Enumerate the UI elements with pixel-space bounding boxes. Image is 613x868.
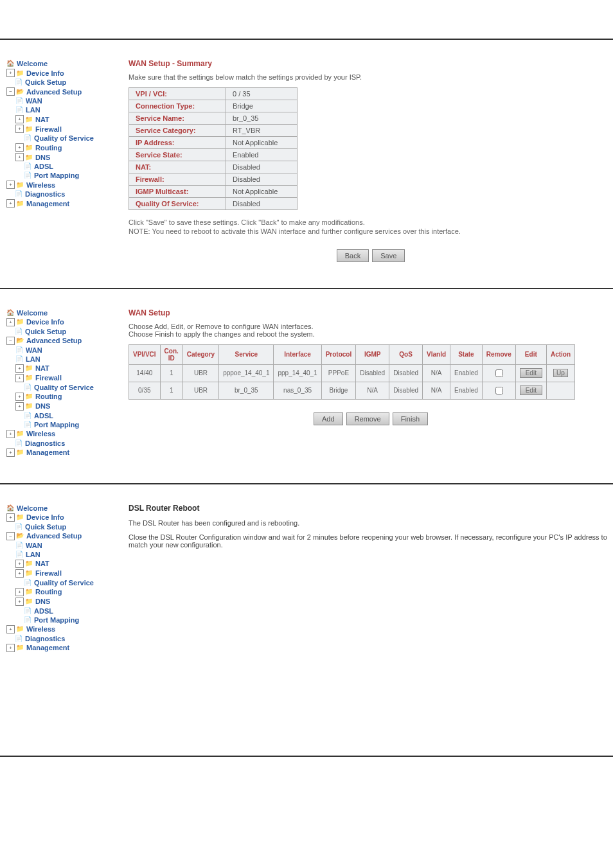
nav-device-info[interactable]: +📁Device Info xyxy=(6,513,122,522)
nav-nat[interactable]: +📁NAT xyxy=(6,364,122,373)
nav-wan[interactable]: 📄WAN xyxy=(6,96,122,105)
table-row: 0/351UBRbr_0_35nas_0_35BridgeN/ADisabled… xyxy=(129,382,575,399)
page-icon: 📄 xyxy=(15,346,24,354)
nav-qos[interactable]: 📄Quality of Service xyxy=(6,134,122,143)
expand-icon[interactable]: + xyxy=(6,625,15,633)
expand-icon[interactable]: + xyxy=(6,644,15,652)
expand-icon[interactable]: + xyxy=(6,199,15,208)
summary-row: NAT:Disabled xyxy=(129,161,298,173)
expand-icon[interactable]: + xyxy=(15,115,24,123)
column-header: Service xyxy=(219,344,274,364)
finish-button[interactable]: Finish xyxy=(393,412,428,425)
expand-icon[interactable]: + xyxy=(6,513,15,522)
nav-firewall[interactable]: +📁Firewall xyxy=(6,124,122,134)
collapse-icon[interactable]: − xyxy=(6,87,15,96)
nav-routing[interactable]: +📁Routing xyxy=(6,392,122,402)
expand-icon[interactable]: + xyxy=(6,181,15,189)
summary-label: VPI / VCI: xyxy=(129,88,226,100)
edit-button[interactable]: Edit xyxy=(520,368,542,378)
column-header: IGMP xyxy=(356,344,389,364)
nav-advanced-setup[interactable]: −📂Advanced Setup xyxy=(6,87,122,96)
table-row: 14/401UBRpppoe_14_40_1ppp_14_40_1PPPoEDi… xyxy=(129,364,575,382)
remove-button[interactable]: Remove xyxy=(346,412,389,425)
nav-qos[interactable]: 📄Quality of Service xyxy=(6,578,122,587)
expand-icon[interactable]: + xyxy=(6,430,15,438)
nav-nat[interactable]: +📁NAT xyxy=(6,114,122,124)
column-header: VlanId xyxy=(423,344,450,364)
expand-icon[interactable]: + xyxy=(15,560,24,568)
nav-port-mapping[interactable]: 📄Port Mapping xyxy=(6,616,122,624)
nav-dns[interactable]: +📁DNS xyxy=(6,402,122,411)
nav-lan[interactable]: 📄LAN xyxy=(6,355,122,364)
nav-wireless[interactable]: +📁Wireless xyxy=(6,180,122,190)
up-button[interactable]: Up xyxy=(553,369,568,377)
nav-device-info[interactable]: +📁Device Info xyxy=(6,68,122,78)
page-icon: 📄 xyxy=(24,172,33,179)
nav-nat[interactable]: +📁NAT xyxy=(6,559,122,569)
expand-icon[interactable]: + xyxy=(15,598,24,606)
nav-dns[interactable]: +📁DNS xyxy=(6,152,122,162)
expand-icon[interactable]: + xyxy=(6,69,15,77)
nav-dns[interactable]: +📁DNS xyxy=(6,597,122,607)
nav-port-mapping[interactable]: 📄Port Mapping xyxy=(6,171,122,180)
nav-quick-setup[interactable]: 📄Quick Setup xyxy=(6,327,122,336)
nav-quick-setup[interactable]: 📄Quick Setup xyxy=(6,522,122,531)
collapse-icon[interactable]: − xyxy=(6,532,15,540)
nav-device-info[interactable]: +📁Device Info xyxy=(6,317,122,327)
nav-adsl[interactable]: 📄ADSL xyxy=(6,411,122,420)
nav-quick-setup[interactable]: 📄Quick Setup xyxy=(6,78,122,87)
nav-diagnostics[interactable]: 📄Diagnostics xyxy=(6,190,122,199)
nav-wireless[interactable]: +📁Wireless xyxy=(6,624,122,634)
cell-service: pppoe_14_40_1 xyxy=(219,364,274,382)
summary-value: Disabled xyxy=(226,173,298,186)
summary-value: Enabled xyxy=(226,149,298,161)
nav-qos[interactable]: 📄Quality of Service xyxy=(6,383,122,392)
nav-lan[interactable]: 📄LAN xyxy=(6,105,122,114)
nav-adsl[interactable]: 📄ADSL xyxy=(6,162,122,171)
nav-routing[interactable]: +📁Routing xyxy=(6,587,122,597)
nav-management[interactable]: +📁Management xyxy=(6,448,122,457)
folder-icon: 📁 xyxy=(25,402,34,410)
nav-wan[interactable]: 📄WAN xyxy=(6,541,122,550)
nav-adsl[interactable]: 📄ADSL xyxy=(6,607,122,616)
summary-value: Not Applicable xyxy=(226,186,298,198)
add-button[interactable]: Add xyxy=(314,412,343,425)
expand-icon[interactable]: + xyxy=(15,153,24,161)
save-button[interactable]: Save xyxy=(372,249,405,262)
remove-checkbox[interactable] xyxy=(495,387,503,394)
remove-checkbox[interactable] xyxy=(495,369,503,377)
nav-welcome[interactable]: 🏠Welcome xyxy=(6,59,122,68)
nav-firewall[interactable]: +📁Firewall xyxy=(6,373,122,383)
home-icon: 🏠 xyxy=(6,504,15,512)
nav-diagnostics[interactable]: 📄Diagnostics xyxy=(6,439,122,448)
expand-icon[interactable]: + xyxy=(15,402,24,411)
back-button[interactable]: Back xyxy=(337,249,369,262)
expand-icon[interactable]: + xyxy=(15,364,24,373)
nav-welcome[interactable]: 🏠Welcome xyxy=(6,308,122,317)
nav-diagnostics[interactable]: 📄Diagnostics xyxy=(6,634,122,643)
nav-port-mapping[interactable]: 📄Port Mapping xyxy=(6,420,122,429)
nav-wan[interactable]: 📄WAN xyxy=(6,346,122,355)
summary-label: Service Category: xyxy=(129,125,226,137)
nav-advanced-setup[interactable]: −📂Advanced Setup xyxy=(6,531,122,541)
expand-icon[interactable]: + xyxy=(15,374,24,382)
nav-lan[interactable]: 📄LAN xyxy=(6,550,122,559)
expand-icon[interactable]: + xyxy=(15,393,24,401)
nav-management[interactable]: +📁Management xyxy=(6,199,122,208)
expand-icon[interactable]: + xyxy=(15,569,24,578)
collapse-icon[interactable]: − xyxy=(6,337,15,345)
nav-welcome[interactable]: 🏠Welcome xyxy=(6,504,122,513)
summary-label: Quality Of Service: xyxy=(129,198,226,210)
expand-icon[interactable]: + xyxy=(15,125,24,133)
expand-icon[interactable]: + xyxy=(6,318,15,326)
expand-icon[interactable]: + xyxy=(15,588,24,596)
edit-button[interactable]: Edit xyxy=(520,385,542,395)
nav-routing[interactable]: +📁Routing xyxy=(6,143,122,152)
expand-icon[interactable]: + xyxy=(15,143,24,152)
nav-wireless[interactable]: +📁Wireless xyxy=(6,429,122,439)
nav-management[interactable]: +📁Management xyxy=(6,643,122,653)
nav-firewall[interactable]: +📁Firewall xyxy=(6,569,122,578)
nav-advanced-setup[interactable]: −📂Advanced Setup xyxy=(6,336,122,346)
expand-icon[interactable]: + xyxy=(6,448,15,457)
summary-row: VPI / VCI:0 / 35 xyxy=(129,88,298,100)
